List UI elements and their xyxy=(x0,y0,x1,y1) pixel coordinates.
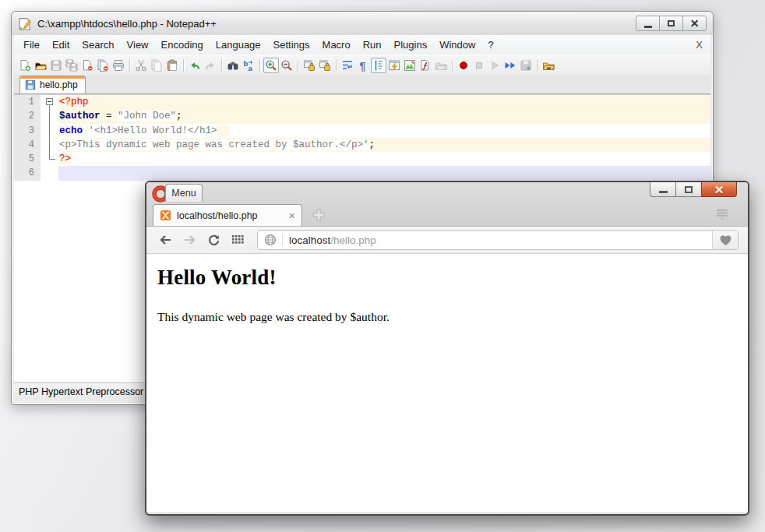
bookmark-heart-button[interactable] xyxy=(712,231,738,249)
sync-horizontal-icon[interactable] xyxy=(317,58,333,73)
code-line-5[interactable]: 5?> xyxy=(14,152,710,166)
tab-list-dropdown-icon[interactable] xyxy=(715,209,729,221)
menu-help[interactable]: ? xyxy=(481,37,499,52)
sync-vertical-icon[interactable] xyxy=(301,58,317,73)
line-number: 1 xyxy=(14,95,41,109)
maximize-button[interactable] xyxy=(659,16,683,31)
speed-dial-grid-button[interactable] xyxy=(228,231,247,249)
function-list-icon[interactable] xyxy=(418,58,433,73)
url-path: /hello.php xyxy=(330,234,376,246)
opera-close-button[interactable]: ✕ xyxy=(701,182,737,197)
menu-view[interactable]: View xyxy=(121,37,155,52)
browser-page: Hello World! This dynamic web page was c… xyxy=(146,254,748,513)
reload-button[interactable] xyxy=(204,231,223,249)
menu-plugins[interactable]: Plugins xyxy=(388,37,434,52)
document-monitor-icon[interactable] xyxy=(541,58,556,73)
maximize-icon xyxy=(668,20,675,26)
save-all-icon[interactable] xyxy=(64,58,79,73)
indent-guide-icon[interactable] xyxy=(371,58,386,73)
toolbar: ba¶ xyxy=(14,55,710,75)
paste-icon[interactable] xyxy=(164,58,180,73)
code-token: ?> xyxy=(59,153,71,164)
address-separator xyxy=(282,234,283,246)
menu-file[interactable]: File xyxy=(17,37,46,52)
new-file-icon[interactable] xyxy=(17,58,33,73)
macro-save-icon[interactable] xyxy=(518,58,534,73)
fold-margin-minus[interactable] xyxy=(41,95,58,109)
macro-play-icon[interactable] xyxy=(487,58,502,73)
undo-icon[interactable] xyxy=(187,58,203,73)
line-number: 5 xyxy=(14,152,41,166)
macro-run-multiple-icon[interactable] xyxy=(502,58,518,73)
code-token: '<h1>Hello World!</h1> xyxy=(89,125,217,136)
menu-window[interactable]: Window xyxy=(433,37,481,52)
document-map-icon[interactable] xyxy=(402,58,418,73)
line-number: 2 xyxy=(14,109,41,123)
find-icon[interactable] xyxy=(225,58,241,73)
close-icon: ✕ xyxy=(714,184,724,196)
zoom-in-icon[interactable] xyxy=(263,58,279,73)
menu-run[interactable]: Run xyxy=(357,37,388,52)
menu-search[interactable]: Search xyxy=(76,37,120,52)
code-line-4[interactable]: 4<p>This dynamic web page was created by… xyxy=(14,138,710,152)
maximize-icon xyxy=(685,186,693,193)
folder-as-workspace-icon[interactable] xyxy=(433,58,449,73)
menu-language[interactable]: Language xyxy=(210,37,267,52)
close-icon: ✕ xyxy=(690,18,700,29)
code-text: <p>This dynamic web page was created by … xyxy=(58,138,710,152)
tab-hello-php[interactable]: hello.php xyxy=(19,76,86,93)
code-token xyxy=(83,125,89,136)
menu-settings[interactable]: Settings xyxy=(267,37,316,52)
opera-navigation-bar: localhost/hello.php xyxy=(146,226,748,254)
code-token: echo xyxy=(59,125,83,136)
forward-button[interactable] xyxy=(180,231,199,249)
cut-icon[interactable] xyxy=(133,58,149,73)
back-button[interactable] xyxy=(156,231,175,249)
opera-tab-localhost[interactable]: localhost/hello.php × xyxy=(153,204,302,226)
page-heading: Hello World! xyxy=(157,266,737,290)
menu-macro[interactable]: Macro xyxy=(316,37,357,52)
menu-encoding[interactable]: Encoding xyxy=(155,37,210,52)
opera-titlebar[interactable]: Menu ✕ localhost/hello.php × xyxy=(146,182,748,226)
macro-stop-icon[interactable] xyxy=(471,58,487,73)
close-all-docs-icon[interactable] xyxy=(95,58,111,73)
opera-menu-button[interactable]: Menu xyxy=(165,184,203,202)
code-line-1[interactable]: 1<?php xyxy=(14,95,710,109)
save-icon[interactable] xyxy=(48,58,64,73)
toolbar-separator xyxy=(452,59,453,72)
site-globe-icon[interactable] xyxy=(264,234,277,246)
code-line-3[interactable]: 3echo '<h1>Hello World!</h1> xyxy=(14,124,710,138)
minimize-icon xyxy=(644,26,652,28)
back-icon xyxy=(159,234,172,246)
menubar-close-document[interactable]: X xyxy=(696,39,703,51)
fold-margin-line xyxy=(41,124,58,138)
copy-icon[interactable] xyxy=(149,58,164,73)
style-token-icon[interactable] xyxy=(386,58,402,73)
close-doc-icon[interactable] xyxy=(79,58,95,73)
redo-icon[interactable] xyxy=(203,58,218,73)
minimize-button[interactable] xyxy=(636,16,660,31)
opera-maximize-button[interactable] xyxy=(675,182,702,197)
opera-minimize-button[interactable] xyxy=(650,182,676,197)
url-host: localhost xyxy=(289,234,330,246)
toolbar-separator xyxy=(537,59,538,72)
toolbar-separator xyxy=(259,59,260,72)
print-icon[interactable] xyxy=(111,58,126,73)
replace-icon[interactable]: ba xyxy=(241,58,256,73)
open-folder-icon[interactable] xyxy=(33,58,48,73)
address-bar[interactable]: localhost/hello.php xyxy=(257,230,739,250)
menu-edit[interactable]: Edit xyxy=(46,37,76,52)
word-wrap-icon[interactable] xyxy=(340,58,355,73)
close-button[interactable]: ✕ xyxy=(682,16,707,31)
macro-record-icon[interactable] xyxy=(456,58,471,73)
new-tab-button[interactable] xyxy=(312,208,326,222)
tab-close-icon[interactable]: × xyxy=(288,210,295,221)
zoom-out-icon[interactable] xyxy=(279,58,294,73)
heart-icon xyxy=(719,234,732,246)
show-all-characters-icon[interactable]: ¶ xyxy=(355,58,371,73)
notepadpp-titlebar[interactable]: C:\xampp\htdocs\hello.php - Notepad++ ✕ xyxy=(12,12,713,35)
address-input[interactable]: localhost/hello.php xyxy=(258,231,712,249)
code-line-6[interactable]: 6 xyxy=(14,166,710,180)
code-line-2[interactable]: 2$author = "John Doe"; xyxy=(14,109,710,123)
tabbar: hello.php xyxy=(14,75,710,94)
